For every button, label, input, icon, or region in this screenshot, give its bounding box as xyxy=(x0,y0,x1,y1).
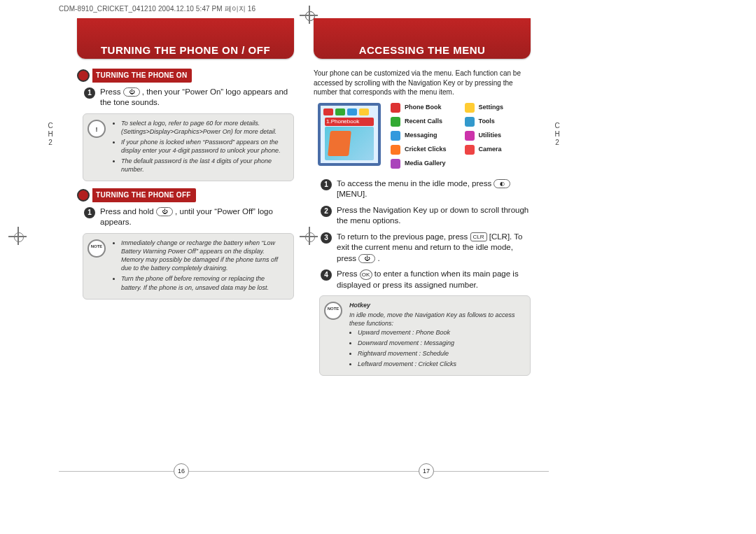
step-number-icon: 3 xyxy=(321,232,332,244)
off-note-box: NOTE Immediately change or recharge the … xyxy=(83,233,294,300)
menu-step-3: 3 To return to the previous page, press … xyxy=(314,232,531,265)
off-step1: 1 Press and hold ⏻ , until your “Power O… xyxy=(77,206,294,228)
menu-step1-text: To access the menu in the idle mode, pre… xyxy=(337,178,531,200)
page-number-right-wrap: 17 xyxy=(304,463,549,479)
on-step1: 1 Press ⏻ , then your “Power On” logo ap… xyxy=(77,87,294,108)
page-right: ACCESSING THE MENU C H 2 Your phone can … xyxy=(304,18,549,494)
menu-item-label: Recent Calls xyxy=(405,117,442,125)
note-icon: NOTE xyxy=(324,302,342,320)
phone-screen-icon: 1.Phonebook xyxy=(318,103,381,166)
page-number-left: 16 xyxy=(174,463,189,479)
menu-icon xyxy=(465,117,475,127)
menu-step4-text: Press OK to enter a function when its ma… xyxy=(337,269,531,290)
on-step1-text: Press ⏻ , then your “Power On” logo appe… xyxy=(100,87,294,108)
power-key-icon: ⏻ xyxy=(123,87,140,97)
step-number-icon: 4 xyxy=(321,269,332,281)
power-key-icon: ⏻ xyxy=(358,254,375,263)
menu-item-label: Settings xyxy=(479,103,504,111)
menu-item-label: Media Gallery xyxy=(405,159,446,167)
off-note-item: Turn the phone off before removing or re… xyxy=(121,274,286,291)
menu-step-4: 4 Press OK to enter a function when its … xyxy=(314,269,531,290)
menu-icon xyxy=(391,159,400,169)
page-number-right: 17 xyxy=(419,463,434,479)
menu-step2-text: Press the Navigation Key up or down to s… xyxy=(337,205,531,227)
phone-screen-label: 1.Phonebook xyxy=(325,118,374,127)
on-note-item: To select a logo, refer to page 60 for m… xyxy=(121,119,286,136)
off-step1-text: Press and hold ⏻ , until your “Power Off… xyxy=(100,206,294,228)
ok-key-icon: OK xyxy=(360,269,372,280)
subhead-off: TURNING THE PHONE OFF xyxy=(77,188,294,202)
subhead-on-label: TURNING THE PHONE ON xyxy=(92,69,192,83)
banner-left-title: TURNING THE PHONE ON / OFF xyxy=(77,44,294,56)
softkey-icon: ◐ xyxy=(493,179,510,188)
menu-icon xyxy=(465,145,475,155)
menu-item-label: Tools xyxy=(479,117,495,125)
menu-figure: 1.Phonebook Phone Book Recent Calls Mess… xyxy=(318,103,531,173)
menu-intro-text: Your phone can be customized via the men… xyxy=(314,69,531,97)
note-icon: NOTE xyxy=(88,239,106,258)
page-left: TURNING THE PHONE ON / OFF C H 2 TURNING… xyxy=(59,18,304,494)
menu-item-label: Camera xyxy=(479,145,502,153)
page-number-left-wrap: 16 xyxy=(59,463,304,479)
menu-icon xyxy=(465,103,475,113)
step-number-icon: 1 xyxy=(84,207,95,218)
on-note-item: If your phone is locked when “Password” … xyxy=(121,138,286,155)
menu-step-1: 1 To access the menu in the idle mode, p… xyxy=(314,178,531,200)
on-note-box: ! To select a logo, refer to page 60 for… xyxy=(83,113,294,182)
menu-icon xyxy=(391,117,400,127)
hotkey-item: Downward movement : Messaging xyxy=(358,339,523,347)
step-number-icon: 1 xyxy=(321,179,332,190)
power-key-icon: ⏻ xyxy=(156,207,173,216)
menu-step3-text: To return to the previous page, press CL… xyxy=(337,232,531,265)
step-number-icon: 1 xyxy=(84,87,95,99)
menu-column-1: Phone Book Recent Calls Messaging Cricke… xyxy=(391,103,447,173)
clr-key-icon: CLR xyxy=(470,232,487,241)
subhead-on: TURNING THE PHONE ON xyxy=(77,69,294,83)
hotkey-item: Rightward movement : Schedule xyxy=(358,349,523,358)
on-note-item: The default password is the last 4 digit… xyxy=(121,157,286,174)
hotkey-note-box: NOTE Hotkey In idle mode, move the Navig… xyxy=(319,295,531,376)
banner-right-title: ACCESSING THE MENU xyxy=(314,44,531,56)
menu-step-2: 2 Press the Navigation Key up or down to… xyxy=(314,205,531,227)
menu-item-label: Phone Book xyxy=(405,103,442,111)
crop-mark-left xyxy=(10,228,27,245)
chapter-marker-right: C H 2 xyxy=(552,122,563,147)
menu-icon xyxy=(391,145,400,155)
off-note-item: Immediately change or recharge the batte… xyxy=(121,239,286,273)
step-number-icon: 2 xyxy=(321,206,332,217)
menu-item-label: Cricket Clicks xyxy=(405,145,447,153)
menu-icon xyxy=(391,131,400,141)
subhead-bullet-icon xyxy=(77,69,90,82)
menu-item-label: Utilities xyxy=(479,131,502,139)
hotkey-item: Leftward movement : Cricket Clicks xyxy=(358,360,523,368)
file-header-line: CDM-8910_CRICKET_041210 2004.12.10 5:47 … xyxy=(59,4,255,14)
chapter-marker-left: C H 2 xyxy=(45,122,56,147)
hotkey-intro: In idle mode, move the Navigation Key as… xyxy=(349,311,523,328)
menu-icon xyxy=(465,131,475,141)
subhead-bullet-icon xyxy=(77,189,90,202)
menu-icon xyxy=(391,103,400,113)
subhead-off-label: TURNING THE PHONE OFF xyxy=(92,188,196,202)
alert-icon: ! xyxy=(88,120,106,138)
menu-column-2: Settings Tools Utilities Camera xyxy=(465,103,504,173)
hotkey-title: Hotkey xyxy=(349,301,523,309)
hotkey-item: Upward movement : Phone Book xyxy=(358,328,523,337)
menu-item-label: Messaging xyxy=(405,131,438,139)
